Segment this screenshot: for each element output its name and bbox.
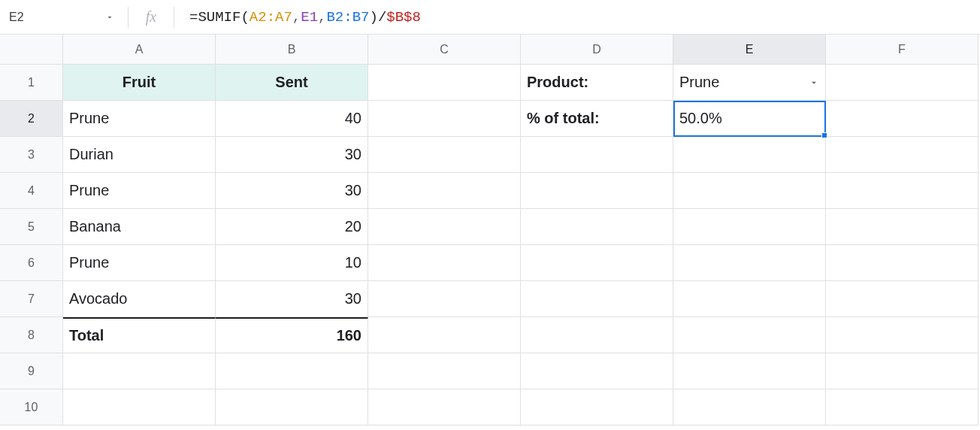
row-header-8[interactable]: 8: [0, 317, 63, 353]
cell-E2[interactable]: 50.0%: [673, 101, 826, 137]
cell-A10[interactable]: [63, 389, 216, 425]
spreadsheet-grid: A B C D E F 1 Fruit Sent Product: Prune …: [0, 35, 980, 425]
name-box-dropdown[interactable]: [83, 0, 128, 34]
cell-A3[interactable]: Durian: [63, 137, 216, 173]
cell-B9[interactable]: [216, 353, 368, 389]
formula-div: /: [378, 9, 386, 26]
chevron-down-icon: [105, 13, 114, 22]
cell-F6[interactable]: [826, 245, 978, 281]
cell-E1-dropdown[interactable]: Prune: [673, 65, 826, 101]
formula-arg3: B2:B7: [326, 9, 369, 26]
dropdown-value: Prune: [679, 74, 719, 91]
col-header-C[interactable]: C: [368, 35, 521, 65]
col-header-A[interactable]: A: [63, 35, 216, 65]
cell-C1[interactable]: [368, 65, 521, 101]
cell-B5[interactable]: 20: [216, 209, 368, 245]
formula-eq: =: [189, 9, 198, 26]
row-header-1[interactable]: 1: [0, 65, 63, 101]
cell-A2[interactable]: Prune: [63, 101, 216, 137]
cell-D2[interactable]: % of total:: [521, 101, 673, 137]
col-header-B[interactable]: B: [216, 35, 368, 65]
cell-F1[interactable]: [826, 65, 978, 101]
name-box-value: E2: [9, 11, 24, 24]
name-box[interactable]: E2: [0, 0, 83, 34]
cell-F2[interactable]: [826, 101, 978, 137]
cell-E7[interactable]: [673, 281, 826, 317]
formula-input[interactable]: =SUMIF(A2:A7,E1,B2:B7)/$B$8: [174, 0, 980, 34]
cell-D10[interactable]: [521, 389, 673, 425]
row-header-4[interactable]: 4: [0, 173, 63, 209]
formula-fn: SUMIF: [198, 9, 240, 26]
cell-C5[interactable]: [368, 209, 521, 245]
formula-abs: $B$8: [386, 9, 421, 26]
cell-C9[interactable]: [368, 353, 521, 389]
cell-F4[interactable]: [826, 173, 978, 209]
row-header-3[interactable]: 3: [0, 137, 63, 173]
row-header-5[interactable]: 5: [0, 209, 63, 245]
formula-bar: E2 fx =SUMIF(A2:A7,E1,B2:B7)/$B$8: [0, 0, 980, 35]
formula-arg1: A2:A7: [250, 9, 292, 26]
cell-D5[interactable]: [521, 209, 673, 245]
cell-B1[interactable]: Sent: [216, 65, 368, 101]
cell-C7[interactable]: [368, 281, 521, 317]
row-header-6[interactable]: 6: [0, 245, 63, 281]
cell-E8[interactable]: [673, 317, 826, 353]
cell-E4[interactable]: [673, 173, 826, 209]
cell-E9[interactable]: [673, 353, 826, 389]
formula-comma: ,: [318, 9, 326, 26]
cell-E3[interactable]: [673, 137, 826, 173]
cell-C4[interactable]: [368, 173, 521, 209]
cell-D6[interactable]: [521, 245, 673, 281]
cell-E6[interactable]: [673, 245, 826, 281]
cell-D4[interactable]: [521, 173, 673, 209]
cell-A5[interactable]: Banana: [63, 209, 216, 245]
cell-C6[interactable]: [368, 245, 521, 281]
cell-D7[interactable]: [521, 281, 673, 317]
cell-B4[interactable]: 30: [216, 173, 368, 209]
cell-D8[interactable]: [521, 317, 673, 353]
cell-A6[interactable]: Prune: [63, 245, 216, 281]
row-header-2[interactable]: 2: [0, 101, 63, 137]
cell-C10[interactable]: [368, 389, 521, 425]
cell-C2[interactable]: [368, 101, 521, 137]
cell-F10[interactable]: [826, 389, 978, 425]
row-header-7[interactable]: 7: [0, 281, 63, 317]
cell-E5[interactable]: [673, 209, 826, 245]
cell-D1[interactable]: Product:: [521, 65, 673, 101]
row-header-10[interactable]: 10: [0, 389, 63, 425]
select-all-corner[interactable]: [0, 35, 63, 65]
cell-B3[interactable]: 30: [216, 137, 368, 173]
cell-F7[interactable]: [826, 281, 978, 317]
cell-D9[interactable]: [521, 353, 673, 389]
cell-A8[interactable]: Total: [63, 317, 216, 353]
cell-B10[interactable]: [216, 389, 368, 425]
cell-C3[interactable]: [368, 137, 521, 173]
formula-comma: ,: [292, 9, 301, 26]
col-header-D[interactable]: D: [521, 35, 673, 65]
cell-F8[interactable]: [826, 317, 978, 353]
cell-A7[interactable]: Avocado: [63, 281, 216, 317]
formula-rparen: ): [369, 9, 377, 26]
chevron-down-icon: [809, 77, 819, 88]
cell-F3[interactable]: [826, 137, 978, 173]
cell-A9[interactable]: [63, 353, 216, 389]
cell-A4[interactable]: Prune: [63, 173, 216, 209]
formula-lparen: (: [240, 9, 249, 26]
cell-B8[interactable]: 160: [216, 317, 368, 353]
cell-C8[interactable]: [368, 317, 521, 353]
row-header-9[interactable]: 9: [0, 353, 63, 389]
cell-A1[interactable]: Fruit: [63, 65, 216, 101]
col-header-E[interactable]: E: [673, 35, 826, 65]
cell-E10[interactable]: [673, 389, 826, 425]
col-header-F[interactable]: F: [826, 35, 978, 65]
cell-B6[interactable]: 10: [216, 245, 368, 281]
cell-B7[interactable]: 30: [216, 281, 368, 317]
formula-arg2: E1: [301, 9, 318, 26]
cell-F9[interactable]: [826, 353, 978, 389]
cell-F5[interactable]: [826, 209, 978, 245]
fx-label[interactable]: fx: [129, 0, 174, 34]
cell-D3[interactable]: [521, 137, 673, 173]
cell-B2[interactable]: 40: [216, 101, 368, 137]
